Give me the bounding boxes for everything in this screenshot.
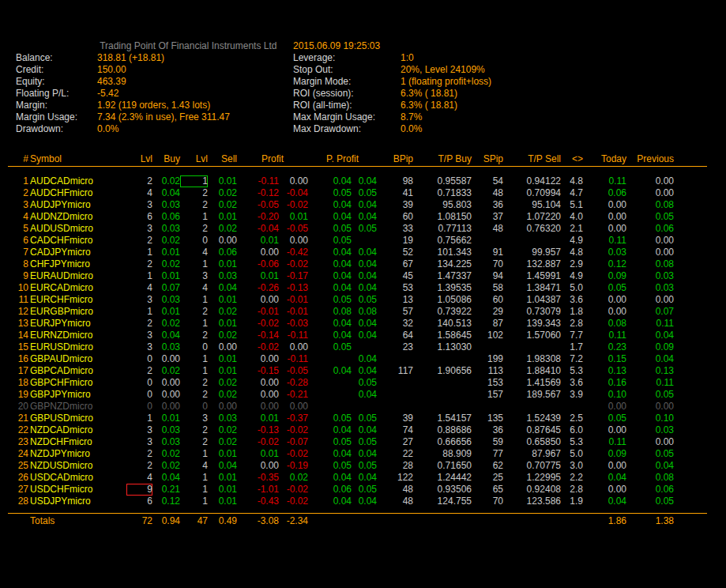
buy-level-cell: 1 <box>126 413 152 424</box>
profit-b-cell: -0.02 <box>279 424 308 436</box>
bpip-cell: 28 <box>377 460 413 472</box>
col-header-today: Today <box>583 153 626 167</box>
spread-cell: 4.9 <box>561 270 583 282</box>
col-header-t-p-sell: T/P Sell <box>503 153 561 167</box>
session-stat-label: Stop Out: <box>293 64 401 76</box>
session-panel: 2015.06.09 19:25:03 Leverage:1:0Stop Out… <box>293 40 491 135</box>
totals-spacer-cell <box>8 507 707 514</box>
previous-cell: 0.09 <box>626 341 674 353</box>
bpip-cell: 23 <box>377 341 413 353</box>
profit-a-cell: 0.01 <box>237 413 279 424</box>
buy-level-cell: 2 <box>126 460 152 472</box>
previous-cell: 0.00 <box>626 436 674 448</box>
filler-cell <box>674 377 707 389</box>
table-row: 7CADJPYmicro10.0140.060.00-0.420.040.045… <box>8 247 707 258</box>
sell-level-cell: 2 <box>180 424 208 436</box>
today-cell: 0.00 <box>583 294 626 306</box>
p-profit-a-cell: 0.04 <box>308 472 352 484</box>
col-header-profit: Profit <box>237 153 308 167</box>
session-stat-row: Leverage:1:0 <box>293 52 491 64</box>
col-header-filler <box>674 153 707 167</box>
profit-a-cell: 0.00 <box>237 389 279 401</box>
pairs-table: #SymbolLvlBuyLvlSellProfitP. ProfitBPipT… <box>8 153 707 527</box>
p-profit-b-cell: 0.04 <box>352 258 377 270</box>
buy-level-cell: 0 <box>126 377 152 389</box>
filler-cell <box>674 187 707 199</box>
session-stat-row: Stop Out:20%, Level 24109% <box>293 64 491 76</box>
profit-b-cell: -0.17 <box>279 270 308 282</box>
today-cell: 0.05 <box>583 282 626 294</box>
tp-sell-cell: 95.104 <box>503 199 561 211</box>
buy-lots-cell: 0.00 <box>152 401 180 413</box>
row-number-cell: 10 <box>8 282 28 294</box>
previous-cell: 0.04 <box>626 460 674 472</box>
profit-a-cell: -0.11 <box>237 175 279 187</box>
filler-cell <box>674 247 707 258</box>
profit-b-cell: -0.21 <box>279 389 308 401</box>
col-header-p-profit: P. Profit <box>308 153 377 167</box>
p-profit-a-cell: 0.04 <box>308 365 352 377</box>
tp-buy-cell: 95.803 <box>413 199 472 211</box>
sell-lots-cell: 0.04 <box>208 282 237 294</box>
table-row: 26USDCADmicro40.0410.01-0.350.020.040.04… <box>8 472 707 484</box>
bpip-cell: 19 <box>377 235 413 247</box>
tp-sell-cell: 1.98308 <box>503 353 561 365</box>
bpip-cell: 27 <box>377 436 413 448</box>
profit-a-cell: -0.13 <box>237 424 279 436</box>
sell-level-cell: 1 <box>180 448 208 460</box>
tp-sell-cell: 139.343 <box>503 318 561 330</box>
tp-sell-cell: 0.94122 <box>503 175 561 187</box>
spread-cell: 3.6 <box>561 377 583 389</box>
buy-level-cell: 3 <box>126 341 152 353</box>
p-profit-a-cell: 0.04 <box>308 247 352 258</box>
symbol-cell: NZDJPYmicro <box>28 448 126 460</box>
col-header-: <> <box>561 153 583 167</box>
bpip-cell: 98 <box>377 175 413 187</box>
spip-cell <box>472 514 503 528</box>
profit-a-cell: -0.01 <box>237 306 279 318</box>
sell-level-cell: 1 <box>180 484 208 496</box>
buy-lots-cell: 0.03 <box>152 223 180 235</box>
spread-cell: 2.8 <box>561 484 583 496</box>
today-cell: 0.10 <box>583 389 626 401</box>
account-stat-row: Floating P/L:-5.42 <box>16 88 276 100</box>
profit-a-cell: 0.01 <box>237 448 279 460</box>
row-number-cell: 14 <box>8 330 28 341</box>
sell-level-cell: 2 <box>180 306 208 318</box>
row-number-cell <box>8 514 28 528</box>
row-number-cell: 12 <box>8 306 28 318</box>
session-stat-row: Margin Mode:1 (floating profit+loss) <box>293 76 491 88</box>
profit-a-cell: 0.00 <box>237 294 279 306</box>
symbol-cell: EURNZDmicro <box>28 330 126 341</box>
bpip-cell: 45 <box>377 270 413 282</box>
table-row: 5AUDUSDmicro30.0320.02-0.04-0.050.050.05… <box>8 223 707 235</box>
row-number-cell: 3 <box>8 199 28 211</box>
p-profit-b-cell <box>352 235 377 247</box>
profit-a-cell: 0.00 <box>237 460 279 472</box>
previous-cell: 0.05 <box>626 496 674 507</box>
today-cell: 0.12 <box>583 258 626 270</box>
sell-lots-cell: 0.01 <box>208 211 237 223</box>
row-number-cell: 25 <box>8 460 28 472</box>
p-profit-a-cell: 0.06 <box>308 484 352 496</box>
p-profit-a-cell: 0.04 <box>308 424 352 436</box>
p-profit-a-cell: 0.05 <box>308 223 352 235</box>
profit-a-cell: -0.04 <box>237 223 279 235</box>
previous-cell: 0.10 <box>626 413 674 424</box>
today-cell: 0.09 <box>583 448 626 460</box>
profit-a-cell: -0.02 <box>237 436 279 448</box>
spread-cell: 4.9 <box>561 235 583 247</box>
buy-level-cell: 6 <box>126 496 152 507</box>
col-header-sell: Sell <box>208 153 237 167</box>
col-header-lvl: Lvl <box>180 153 208 167</box>
tp-sell-cell <box>503 235 561 247</box>
today-cell: 0.04 <box>583 472 626 484</box>
spread-cell: 4.0 <box>561 211 583 223</box>
sell-level-cell: 3 <box>180 270 208 282</box>
sell-level-cell: 0 <box>180 401 208 413</box>
p-profit-b-cell: 0.05 <box>352 187 377 199</box>
buy-lots-cell: 0.12 <box>152 496 180 507</box>
p-profit-b-cell: 0.04 <box>352 270 377 282</box>
buy-lots-cell: 0.21 <box>152 484 180 496</box>
today-cell: 0.11 <box>583 436 626 448</box>
